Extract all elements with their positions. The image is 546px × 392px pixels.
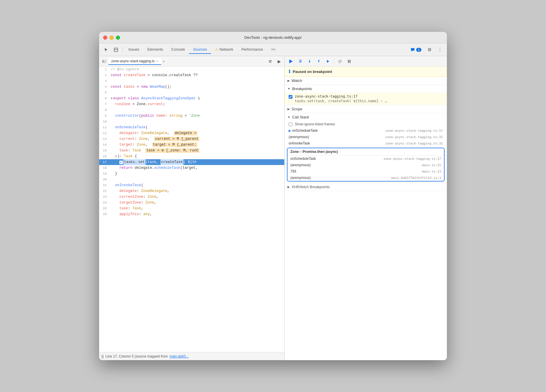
scope-section-header[interactable]: ▶ Scope <box>285 105 447 113</box>
sidebar-toggle-button[interactable] <box>100 57 108 65</box>
pretty-print-icon[interactable]: {} <box>101 354 104 358</box>
watch-section-header[interactable]: ▶ Watch <box>285 77 447 85</box>
resume-button[interactable] <box>287 57 295 65</box>
sources-right-panel: ℹ Paused on breakpoint ▶ Watch ▼ Breakpo… <box>285 56 447 360</box>
code-line-5: 5 <box>99 90 284 96</box>
watch-arrow: ▶ <box>287 79 290 82</box>
xhr-section: ▶ XHR/fetch Breakpoints <box>285 183 447 191</box>
breakpoint-item: zone-async-stack-tagging.ts:17 tasks.set… <box>285 93 447 105</box>
step-into-button[interactable] <box>305 57 314 65</box>
code-line-13: 13 current: Zone, current = M {_parent <box>99 136 284 142</box>
close-button[interactable] <box>103 36 107 40</box>
titlebar: DevTools - ng-devtools.netlify.app/ <box>99 32 447 43</box>
code-line-1: 1 // @ts-ignore <box>99 67 284 72</box>
step-out-button[interactable] <box>315 57 323 65</box>
scope-arrow: ▶ <box>287 107 290 111</box>
step-button[interactable] <box>324 57 332 65</box>
file-tab-bar: zone-async-stack-tagging.ts × » ▶ <box>99 56 284 67</box>
deactivate-breakpoints-button[interactable] <box>336 57 344 65</box>
watch-label: Watch <box>292 78 302 83</box>
scope-label: Scope <box>292 107 302 111</box>
tab-more[interactable]: >> <box>267 45 279 54</box>
show-ignore-checkbox[interactable] <box>289 122 292 126</box>
code-line-15: 15 task: Task task = m {_zone: M, runC <box>99 148 284 153</box>
tab-elements[interactable]: Elements <box>143 45 167 54</box>
minimize-button[interactable] <box>110 36 114 40</box>
async-frame-name-4: (anonymous) <box>290 176 390 180</box>
callstack-frame-1[interactable]: ▶ onScheduleTask zone-async-stack-taggin… <box>285 127 447 134</box>
dock-icon-btn[interactable] <box>111 45 121 54</box>
devtools-body: zone-async-stack-tagging.ts × » ▶ 1 // @… <box>99 56 447 360</box>
code-line-21: 21 onInvokeTask( <box>99 182 284 188</box>
svg-rect-8 <box>289 60 290 63</box>
pause-exceptions-button[interactable] <box>345 57 353 65</box>
devtools-toolbar: Issues Elements Console Sources ⚠ Networ… <box>99 43 447 56</box>
svg-rect-20 <box>350 60 351 63</box>
frame-loc-1: zone-async-stack-tagging.ts:17 <box>385 129 443 133</box>
file-tab-zone[interactable]: zone-async-stack-tagging.ts × <box>108 58 161 65</box>
traffic-lights <box>103 36 120 40</box>
tab-sources[interactable]: Sources <box>189 45 211 54</box>
async-group: Zone – Promise.then (async) onScheduleTa… <box>287 148 445 182</box>
async-frame-4[interactable]: (anonymous) main.da63f7b2fe3f1fa3.js:1 <box>287 175 444 181</box>
file-tab-close[interactable]: × <box>156 59 158 63</box>
paused-banner: ℹ Paused on breakpoint <box>285 67 447 77</box>
code-editor[interactable]: 1 // @ts-ignore 2 const createTask = con… <box>99 67 284 352</box>
maximize-button[interactable] <box>116 36 120 40</box>
svg-marker-13 <box>309 61 310 63</box>
async-frame-2[interactable]: (anonymous) main.ts:15 <box>287 162 444 168</box>
settings-button[interactable]: ⚙ <box>425 45 434 54</box>
show-ignore-label: Show ignore-listed frames <box>295 122 335 126</box>
code-line-7: 7 runZone = Zone.current; <box>99 101 284 107</box>
code-line-12: 12 delegate: ZoneDelegate, delegate = <box>99 130 284 136</box>
code-line-16: 16 ▼): Task { <box>99 153 284 159</box>
tab-network[interactable]: ⚠ Network <box>211 45 237 54</box>
async-frame-loc-3: main.ts:13 <box>422 170 441 173</box>
toolbar-separator <box>122 47 123 53</box>
breakpoint-code: tasks.set(task, createTask(`${this.name}… <box>295 99 443 103</box>
async-frame-name-3: 793 <box>290 169 421 173</box>
tab-issues[interactable]: Issues <box>124 45 143 54</box>
cursor-icon-btn[interactable] <box>101 45 111 54</box>
xhr-section-header[interactable]: ▶ XHR/fetch Breakpoints <box>285 183 447 191</box>
sources-left-panel: zone-async-stack-tagging.ts × » ▶ 1 // @… <box>99 56 285 360</box>
code-line-18: 18 return delegate.scheduleTask(target, <box>99 165 284 171</box>
callstack-frame-2[interactable]: (anonymous) zone-async-stack-tagging.ts:… <box>285 134 447 140</box>
run-snippet-button[interactable]: ▶ <box>275 57 283 65</box>
callstack-section: ▼ Call Stack Show ignore-listed frames ▶… <box>285 113 447 183</box>
svg-marker-15 <box>318 60 320 61</box>
scope-section: ▶ Scope <box>285 105 447 113</box>
breakpoints-section: ▼ Breakpoints zone-async-stack-tagging.t… <box>285 85 447 105</box>
frame-loc-3: zone-async-stack-tagging.ts:31 <box>385 142 443 145</box>
async-frame-loc-4: main.da63f7b2fe3f1fa3.js:1 <box>391 176 441 180</box>
async-frame-3[interactable]: 793 main.ts:13 <box>287 168 444 175</box>
code-line-25: 25 task: Task, <box>99 206 284 211</box>
nav-tabs: Issues Elements Console Sources ⚠ Networ… <box>124 45 407 54</box>
frame-name-1: onScheduleTask <box>292 129 384 133</box>
svg-rect-19 <box>348 60 349 63</box>
breakpoints-section-header[interactable]: ▼ Breakpoints <box>285 85 447 93</box>
async-frame-name-2: (anonymous) <box>290 163 421 167</box>
code-line-24: 24 targetZone: Zone, <box>99 200 284 206</box>
tab-console[interactable]: Console <box>167 45 189 54</box>
code-line-23: 23 currentZone: Zone, <box>99 194 284 200</box>
code-line-20: 20 <box>99 177 284 182</box>
code-line-3: 3 <box>99 78 284 84</box>
frame-active-icon: ▶ <box>289 129 291 133</box>
callstack-label: Call Stack <box>292 115 309 119</box>
window-title: DevTools - ng-devtools.netlify.app/ <box>244 35 302 40</box>
callstack-frame-3[interactable]: onInvokeTask zone-async-stack-tagging.ts… <box>285 140 447 146</box>
format-button[interactable] <box>266 57 274 65</box>
breakpoint-checkbox[interactable] <box>289 95 292 99</box>
async-frame-1[interactable]: onScheduleTask zone-async-stack-tagging.… <box>287 155 444 162</box>
tab-performance[interactable]: Performance <box>237 45 267 54</box>
more-menu-button[interactable]: ⋮ <box>435 45 445 54</box>
statusbar: {} Line 17, Column 5 (source mapped from… <box>99 352 284 360</box>
chat-button[interactable]: 1 <box>408 46 424 53</box>
step-over-button[interactable] <box>296 57 304 65</box>
xhr-arrow: ▶ <box>287 185 290 188</box>
watch-section: ▶ Watch <box>285 77 447 85</box>
callstack-section-header[interactable]: ▼ Call Stack <box>285 113 447 121</box>
source-map-link[interactable]: main.da63... <box>170 354 189 358</box>
file-tab-more[interactable]: » <box>161 58 167 65</box>
